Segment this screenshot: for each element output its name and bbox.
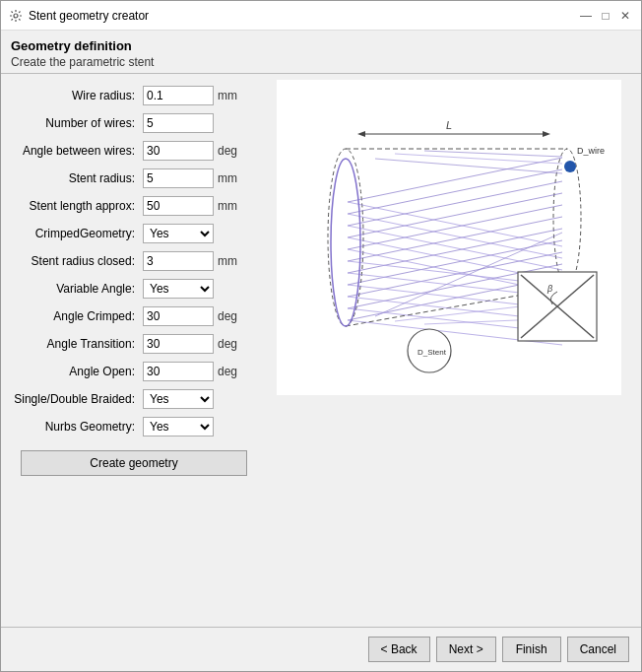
variable-angle-select[interactable]: Yes No <box>143 279 214 299</box>
stent-radius-input[interactable] <box>143 168 214 188</box>
single-double-label: Single/Double Braided: <box>11 392 139 406</box>
stent-length-label: Stent length approx: <box>11 199 139 213</box>
section-header: Geometry definition Create the parametri… <box>1 31 641 74</box>
stent-radius-closed-label: Stent radius closed: <box>11 254 139 268</box>
stent-radius-closed-input[interactable] <box>143 251 214 271</box>
stent-radius-row: Stent radius: mm <box>11 167 247 190</box>
wire-radius-unit: mm <box>218 89 245 102</box>
svg-point-0 <box>14 14 18 18</box>
stent-radius-label: Stent radius: <box>11 171 139 185</box>
angle-open-unit: deg <box>218 365 245 378</box>
main-window: Stent geometry creator — □ ✕ Geometry de… <box>0 0 642 672</box>
content-area: Wire radius: mm Number of wires: Angle b… <box>1 74 641 627</box>
stent-radius-unit: mm <box>218 171 245 185</box>
angle-open-row: Angle Open: deg <box>11 360 247 383</box>
title-bar: Stent geometry creator — □ ✕ <box>1 1 641 31</box>
crimped-geometry-select[interactable]: Yes No <box>143 224 214 243</box>
variable-angle-row: Variable Angle: Yes No <box>11 277 247 301</box>
stent-length-unit: mm <box>218 199 245 213</box>
gear-icon <box>9 9 23 23</box>
svg-text:D_wire: D_wire <box>577 146 605 156</box>
num-wires-input[interactable] <box>143 113 214 133</box>
angle-between-label: Angle between wires: <box>11 144 139 158</box>
angle-between-input[interactable] <box>143 141 214 161</box>
nurbs-geometry-label: Nurbs Geometry: <box>11 420 139 434</box>
num-wires-row: Number of wires: <box>11 111 247 135</box>
nurbs-geometry-select[interactable]: Yes No <box>143 417 214 437</box>
crimped-geometry-label: CrimpedGeometry: <box>11 227 139 240</box>
angle-open-input[interactable] <box>143 362 214 381</box>
angle-crimped-row: Angle Crimped: deg <box>11 304 247 328</box>
wire-radius-input[interactable] <box>143 86 214 105</box>
single-double-row: Single/Double Braided: Yes No <box>11 387 247 411</box>
back-button[interactable]: < Back <box>368 637 430 662</box>
angle-transition-label: Angle Transition: <box>11 337 139 351</box>
svg-text:D_Stent: D_Stent <box>417 348 447 357</box>
angle-transition-input[interactable] <box>143 334 214 354</box>
stent-visualization: L D_wire <box>277 80 621 395</box>
crimped-geometry-row: CrimpedGeometry: Yes No <box>11 222 247 245</box>
stent-length-input[interactable] <box>143 196 214 216</box>
footer: < Back Next > Finish Cancel <box>1 627 641 671</box>
left-panel: Wire radius: mm Number of wires: Angle b… <box>1 74 257 627</box>
title-bar-left: Stent geometry creator <box>9 9 149 23</box>
variable-angle-label: Variable Angle: <box>11 282 139 296</box>
angle-transition-unit: deg <box>218 337 245 351</box>
angle-between-row: Angle between wires: deg <box>11 139 247 163</box>
stent-radius-closed-unit: mm <box>218 254 245 268</box>
angle-transition-row: Angle Transition: deg <box>11 332 247 356</box>
create-geometry-button[interactable]: Create geometry <box>21 450 247 476</box>
angle-between-unit: deg <box>218 144 245 158</box>
angle-open-label: Angle Open: <box>11 365 139 378</box>
close-button[interactable]: ✕ <box>617 8 633 24</box>
right-panel: L D_wire <box>257 74 641 627</box>
wire-radius-label: Wire radius: <box>11 89 139 102</box>
angle-crimped-label: Angle Crimped: <box>11 309 139 323</box>
stent-svg: L D_wire <box>277 80 621 395</box>
svg-text:L: L <box>446 119 452 131</box>
angle-crimped-input[interactable] <box>143 306 214 326</box>
svg-point-11 <box>564 161 576 172</box>
section-subtitle: Create the parametric stent <box>11 55 631 69</box>
nurbs-geometry-row: Nurbs Geometry: Yes No <box>11 415 247 438</box>
stent-radius-closed-row: Stent radius closed: mm <box>11 249 247 273</box>
section-title: Geometry definition <box>11 38 631 53</box>
angle-crimped-unit: deg <box>218 309 245 323</box>
num-wires-label: Number of wires: <box>11 116 139 130</box>
svg-text:β: β <box>546 284 552 294</box>
next-button[interactable]: Next > <box>436 637 496 662</box>
finish-button[interactable]: Finish <box>502 637 561 662</box>
single-double-select[interactable]: Yes No <box>143 389 214 409</box>
window-title: Stent geometry creator <box>29 9 149 23</box>
title-bar-controls: — □ ✕ <box>578 8 633 24</box>
stent-length-row: Stent length approx: mm <box>11 194 247 218</box>
cancel-button[interactable]: Cancel <box>567 637 629 662</box>
maximize-button[interactable]: □ <box>598 8 613 24</box>
minimize-button[interactable]: — <box>578 8 594 24</box>
wire-radius-row: Wire radius: mm <box>11 84 247 107</box>
